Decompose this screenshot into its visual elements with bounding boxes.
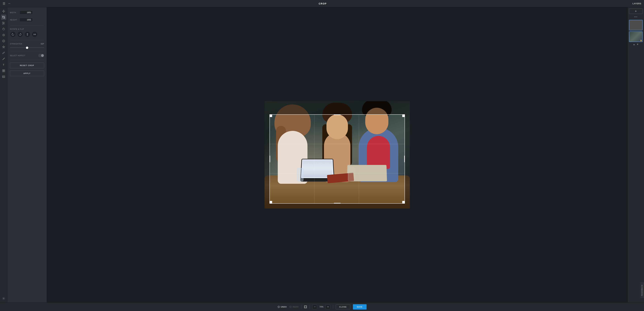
close-button[interactable]: CLOSE <box>336 304 350 309</box>
layer-more-button[interactable]: ••• <box>629 15 643 19</box>
divider-3 <box>10 51 44 51</box>
active-layer-thumbnail[interactable]: 🔒 <box>629 31 643 42</box>
aspect-toggle-knob <box>41 54 44 57</box>
canvas-area[interactable] <box>47 7 628 302</box>
zoom-in-button[interactable]: + <box>326 304 330 309</box>
feedback-tab[interactable]: FEEDBACK <box>640 282 644 298</box>
tool-settings[interactable] <box>1 296 6 301</box>
layer-down-button[interactable]: ▼ <box>636 43 639 46</box>
tool-image[interactable] <box>1 74 6 79</box>
svg-rect-10 <box>2 76 5 78</box>
svg-rect-8 <box>2 71 4 72</box>
menu-icon[interactable]: ☰ <box>3 2 5 6</box>
tool-crop[interactable] <box>1 15 6 20</box>
straighten-label: STRAIGHTEN <box>10 43 22 45</box>
crop-overlay-right <box>405 114 410 204</box>
crop-overlay-left <box>264 114 270 204</box>
glass-right <box>348 166 355 181</box>
svg-rect-13 <box>304 306 307 308</box>
glass-left <box>297 168 303 181</box>
straighten-slider[interactable] <box>10 48 44 48</box>
main-area: T WIDTH <box>0 7 644 302</box>
reset-crop-button[interactable]: RESET CROP <box>10 63 44 68</box>
undo-label: UNDO <box>281 306 287 308</box>
crop-panel: WIDTH HEIGHT ROTATE & FLIP <box>7 7 47 302</box>
empty-layer-thumbnail[interactable] <box>629 20 643 31</box>
add-layer-button[interactable]: + <box>629 9 643 14</box>
straighten-section: STRAIGHTEN 0.0° <box>10 43 44 49</box>
person-right-inner <box>367 136 390 169</box>
tool-filter[interactable] <box>1 38 6 44</box>
width-input[interactable] <box>20 11 33 15</box>
canvas-photo <box>264 101 410 209</box>
select-aspect-label: SELECT ASPECT <box>10 55 26 57</box>
layer-reorder-controls: ▲ ▼ <box>629 43 643 46</box>
laptop-screen-content-left <box>302 160 333 177</box>
straighten-value: 0.0° <box>41 43 44 45</box>
tool-effects[interactable] <box>1 44 6 50</box>
layer-lock-icon: 🔒 <box>640 40 642 41</box>
person-center-head <box>326 114 348 139</box>
straighten-slider-container <box>10 46 44 49</box>
rotate-ccw-button[interactable] <box>10 31 16 37</box>
save-button[interactable]: SAVE <box>353 304 366 309</box>
svg-rect-7 <box>4 70 5 71</box>
straighten-row: STRAIGHTEN 0.0° <box>10 43 44 45</box>
flip-h-button[interactable] <box>24 31 30 37</box>
rotate-flip-label: ROTATE & FLIP <box>10 28 44 30</box>
aspect-toggle[interactable] <box>38 54 44 57</box>
back-icon[interactable]: ← <box>8 2 11 5</box>
width-row: WIDTH <box>10 11 44 15</box>
svg-rect-6 <box>2 70 4 71</box>
zoom-controls: − 70% + <box>312 304 330 309</box>
redo-button[interactable]: REDO <box>290 306 299 308</box>
svg-point-12 <box>3 298 4 299</box>
tool-pencil[interactable] <box>1 56 6 62</box>
tool-move[interactable] <box>1 9 6 14</box>
redo-label: REDO <box>293 306 299 308</box>
page-title: CROP <box>13 2 632 5</box>
width-label: WIDTH <box>10 12 18 14</box>
fit-frame-button[interactable] <box>304 305 307 308</box>
layer-up-button[interactable]: ▲ <box>633 43 635 46</box>
svg-rect-9 <box>4 71 5 72</box>
divider-4 <box>10 60 44 60</box>
apply-button[interactable]: APPLY <box>10 71 44 76</box>
right-panel: + ••• 🔒 ▲ ▼ <box>628 7 644 302</box>
left-toolbar: T <box>0 7 7 302</box>
tool-rotate[interactable] <box>1 27 6 32</box>
height-input[interactable] <box>20 18 33 22</box>
bottom-divider-2 <box>310 305 310 309</box>
layers-label: LAYERS <box>632 3 641 5</box>
svg-point-4 <box>3 35 4 36</box>
select-aspect-row: SELECT ASPECT <box>10 54 44 57</box>
undo-redo-group: UNDO REDO <box>278 306 298 308</box>
flip-v-button[interactable] <box>32 31 38 37</box>
tool-pattern[interactable] <box>1 68 6 73</box>
tool-cut[interactable] <box>1 21 6 26</box>
rotate-flip-buttons <box>10 31 44 37</box>
rotate-flip-section: ROTATE & FLIP <box>10 28 44 37</box>
tool-retouch[interactable] <box>1 32 6 38</box>
height-label: HEIGHT <box>10 19 18 21</box>
crop-overlay-bottom <box>264 204 410 209</box>
bottom-bar: UNDO REDO − 70% + CLOSE SAVE <box>0 302 644 311</box>
svg-point-3 <box>3 34 4 36</box>
tool-brush[interactable] <box>1 50 6 56</box>
tool-text[interactable]: T <box>1 62 6 67</box>
undo-button[interactable]: UNDO <box>278 306 287 308</box>
height-row: HEIGHT <box>10 18 44 22</box>
header: ☰ ← CROP LAYERS <box>0 0 644 7</box>
zoom-out-button[interactable]: − <box>312 304 317 309</box>
canvas-image-wrapper <box>264 101 410 209</box>
crop-overlay-top <box>264 101 410 114</box>
rotate-cw-button[interactable] <box>17 31 23 37</box>
zoom-value: 70% <box>318 306 324 308</box>
